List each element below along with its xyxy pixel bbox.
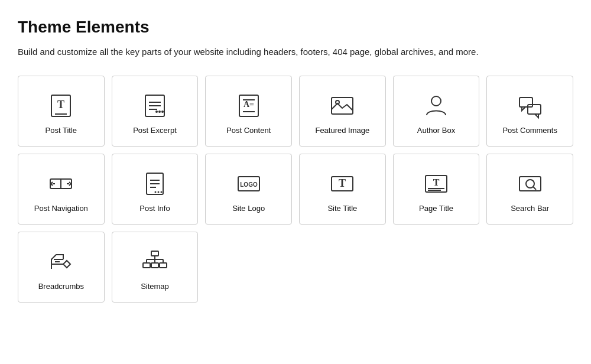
author-box-label: Author Box: [417, 126, 455, 135]
featured-image-icon: [328, 92, 356, 120]
breadcrumbs-icon: [47, 248, 75, 276]
card-post-navigation[interactable]: Post Navigation: [18, 154, 105, 225]
svg-rect-17: [519, 98, 532, 107]
card-site-logo[interactable]: LOGO Site Logo: [205, 154, 292, 225]
svg-point-39: [526, 180, 534, 188]
card-post-excerpt[interactable]: Post Excerpt: [112, 76, 199, 147]
svg-line-40: [533, 187, 536, 190]
card-sitemap[interactable]: Sitemap: [112, 232, 199, 303]
svg-rect-19: [528, 105, 541, 114]
author-box-icon: [422, 92, 450, 120]
card-author-box[interactable]: Author Box: [393, 76, 480, 147]
svg-point-15: [336, 100, 339, 104]
grid-row-3: Breadcrumbs Sitemap: [18, 232, 573, 303]
card-post-comments[interactable]: Post Comments: [486, 76, 573, 147]
post-navigation-label: Post Navigation: [34, 204, 88, 213]
svg-point-7: [158, 110, 161, 113]
svg-text:T: T: [433, 177, 440, 187]
svg-text:LOGO: LOGO: [240, 181, 258, 188]
svg-point-29: [154, 191, 156, 193]
card-search-bar[interactable]: Search Bar: [486, 154, 573, 225]
sitemap-icon: [141, 248, 169, 276]
site-title-icon: T: [328, 170, 356, 198]
page-title-label: Page Title: [419, 204, 453, 213]
post-excerpt-label: Post Excerpt: [133, 126, 177, 135]
post-navigation-icon: [47, 170, 75, 198]
page-title: Theme Elements: [18, 18, 573, 37]
post-content-icon: A=: [235, 92, 263, 120]
site-logo-icon: LOGO: [235, 170, 263, 198]
sitemap-label: Sitemap: [141, 282, 169, 291]
site-title-label: Site Title: [327, 204, 357, 213]
svg-rect-50: [143, 263, 150, 268]
post-excerpt-icon: [141, 92, 169, 120]
svg-point-9: [155, 110, 158, 113]
card-site-title[interactable]: T Site Title: [299, 154, 386, 225]
featured-image-label: Featured Image: [315, 126, 369, 135]
page-title-icon: T: [422, 170, 450, 198]
search-bar-label: Search Bar: [511, 204, 549, 213]
svg-text:A=: A=: [243, 100, 254, 109]
svg-point-8: [161, 110, 164, 113]
svg-rect-52: [160, 263, 167, 268]
svg-text:T: T: [57, 99, 64, 110]
post-comments-label: Post Comments: [502, 126, 557, 135]
search-bar-icon: [516, 170, 544, 198]
post-title-label: Post Title: [46, 126, 77, 135]
page-subtitle: Build and customize all the key parts of…: [18, 45, 573, 59]
svg-point-16: [431, 96, 441, 106]
site-logo-label: Site Logo: [232, 204, 265, 213]
post-title-icon: T: [47, 92, 75, 120]
svg-point-27: [157, 191, 159, 193]
svg-marker-18: [522, 107, 525, 110]
svg-rect-51: [151, 263, 158, 268]
svg-marker-20: [535, 114, 538, 118]
svg-text:T: T: [339, 177, 346, 189]
post-comments-icon: [516, 92, 544, 120]
card-post-content[interactable]: A= Post Content: [205, 76, 292, 147]
post-info-label: Post Info: [139, 204, 170, 213]
card-page-title[interactable]: T Page Title: [393, 154, 480, 225]
card-breadcrumbs[interactable]: Breadcrumbs: [18, 232, 105, 303]
svg-point-28: [160, 191, 162, 193]
grid-row-2: Post Navigation Post Info LOGO Site Logo…: [18, 154, 573, 225]
post-content-label: Post Content: [226, 126, 271, 135]
card-featured-image[interactable]: Featured Image: [299, 76, 386, 147]
svg-rect-43: [151, 251, 158, 256]
grid-row-1: T Post Title Post Excerpt A= Post Conten…: [18, 76, 573, 147]
card-post-title[interactable]: T Post Title: [18, 76, 105, 147]
card-post-info[interactable]: Post Info: [112, 154, 199, 225]
post-info-icon: [141, 170, 169, 198]
svg-rect-38: [519, 177, 541, 191]
breadcrumbs-label: Breadcrumbs: [38, 282, 84, 291]
